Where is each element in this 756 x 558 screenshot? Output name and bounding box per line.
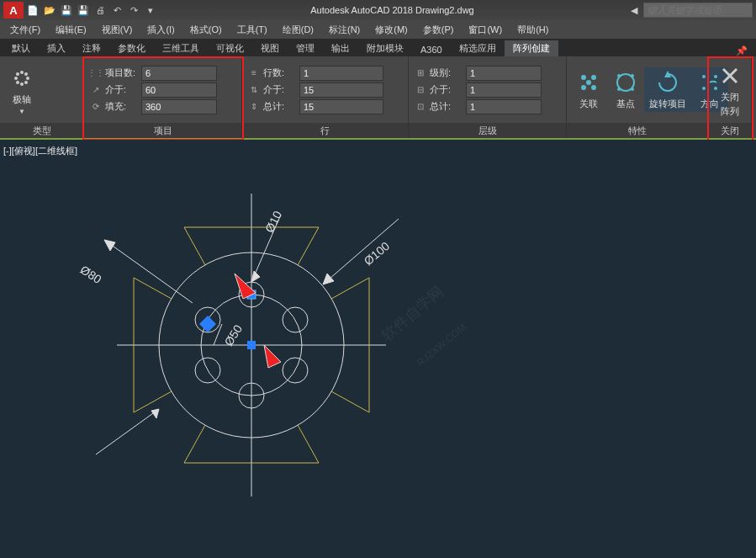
tab-param[interactable]: 参数化 bbox=[109, 40, 154, 56]
svg-marker-36 bbox=[323, 274, 334, 284]
levels-count-input[interactable] bbox=[466, 66, 542, 81]
panel-rows-title: 行 bbox=[242, 123, 408, 138]
menu-param[interactable]: 参数(P) bbox=[416, 22, 461, 38]
window-title: Autodesk AutoCAD 2018 Drawing2.dwg bbox=[158, 5, 626, 15]
svg-line-42 bbox=[104, 240, 193, 303]
levels-between-input[interactable] bbox=[466, 82, 542, 98]
svg-rect-44 bbox=[247, 341, 256, 349]
fill-icon: ⟳ bbox=[89, 100, 103, 114]
svg-point-4 bbox=[16, 72, 19, 76]
svg-marker-46 bbox=[199, 316, 216, 332]
open-icon[interactable]: 📂 bbox=[42, 3, 57, 18]
assoc-icon bbox=[575, 69, 602, 96]
panel-levels-title: 层级 bbox=[409, 123, 566, 138]
undo-icon[interactable]: ↶ bbox=[109, 3, 124, 18]
menu-edit[interactable]: 编辑(E) bbox=[49, 22, 93, 38]
base-icon bbox=[612, 69, 639, 96]
menu-format[interactable]: 格式(O) bbox=[183, 22, 229, 38]
svg-point-8 bbox=[581, 75, 586, 80]
polar-icon bbox=[8, 65, 35, 92]
items-fill-input[interactable] bbox=[141, 99, 217, 114]
svg-text:RJZXW.COM: RJZXW.COM bbox=[415, 321, 468, 369]
tab-featured[interactable]: 精选应用 bbox=[451, 40, 505, 56]
svg-point-9 bbox=[591, 75, 596, 80]
rotate-icon bbox=[654, 69, 681, 96]
items-count-row: ⋮⋮ 项目数: bbox=[89, 66, 217, 81]
dim-d100: Ø100 bbox=[362, 239, 393, 268]
svg-point-15 bbox=[631, 74, 634, 77]
menu-window[interactable]: 窗口(W) bbox=[462, 22, 509, 38]
tab-a360[interactable]: A360 bbox=[412, 43, 451, 56]
svg-marker-43 bbox=[104, 240, 115, 251]
redo-icon[interactable]: ↷ bbox=[126, 3, 141, 18]
tab-viz[interactable]: 可视化 bbox=[208, 40, 252, 56]
svg-point-5 bbox=[24, 72, 28, 76]
tab-view[interactable]: 视图 bbox=[252, 40, 288, 56]
svg-point-3 bbox=[20, 82, 24, 86]
tab-manage[interactable]: 管理 bbox=[288, 40, 323, 56]
menu-tools[interactable]: 工具(T) bbox=[230, 22, 274, 38]
menu-modify[interactable]: 修改(M) bbox=[368, 22, 415, 38]
menu-help[interactable]: 帮助(H) bbox=[510, 22, 555, 38]
tab-array-create[interactable]: 阵列创建 bbox=[505, 40, 558, 56]
polar-array-button[interactable]: 极轴 ▼ bbox=[3, 63, 40, 117]
svg-point-6 bbox=[16, 81, 19, 84]
arrow-left-icon[interactable]: ◀ bbox=[626, 3, 642, 18]
polar-label: 极轴 bbox=[13, 93, 31, 106]
more-icon[interactable]: ▾ bbox=[143, 3, 158, 18]
close-icon bbox=[716, 62, 743, 89]
items-fill-row: ⟳ 填充: bbox=[89, 99, 217, 114]
save-icon[interactable]: 💾 bbox=[59, 3, 74, 18]
svg-point-7 bbox=[24, 81, 28, 84]
svg-point-14 bbox=[617, 74, 621, 77]
rows-total-input[interactable] bbox=[299, 99, 383, 114]
menu-insert[interactable]: 插入(I) bbox=[140, 22, 181, 38]
svg-point-16 bbox=[617, 88, 621, 91]
menubar: 文件(F) 编辑(E) 视图(V) 插入(I) 格式(O) 工具(T) 绘图(D… bbox=[0, 20, 756, 39]
tab-3dtools[interactable]: 三维工具 bbox=[154, 40, 208, 56]
menu-file[interactable]: 文件(F) bbox=[3, 22, 47, 38]
menu-view[interactable]: 视图(V) bbox=[95, 22, 140, 38]
svg-marker-48 bbox=[264, 345, 281, 368]
menu-annotate[interactable]: 标注(N) bbox=[322, 22, 367, 38]
help-search-input[interactable] bbox=[643, 3, 753, 18]
svg-line-40 bbox=[96, 409, 159, 454]
svg-point-2 bbox=[26, 77, 29, 80]
quick-access-toolbar: 📄 📂 💾 💾 🖨 ↶ ↷ ▾ bbox=[25, 3, 158, 18]
tab-addin[interactable]: 附加模块 bbox=[358, 40, 412, 56]
svg-text:软件自学网: 软件自学网 bbox=[378, 283, 447, 344]
panel-props-title: 特性 bbox=[567, 123, 707, 138]
saveas-icon[interactable]: 💾 bbox=[76, 3, 91, 18]
base-button[interactable]: 基点 bbox=[607, 67, 644, 112]
svg-point-0 bbox=[20, 71, 24, 74]
menu-draw[interactable]: 绘图(D) bbox=[276, 22, 320, 38]
pin-icon[interactable]: 📌 bbox=[731, 45, 753, 56]
svg-point-1 bbox=[14, 77, 18, 80]
rows-between-input[interactable] bbox=[299, 82, 383, 98]
items-count-input[interactable] bbox=[141, 66, 217, 81]
panel-items-title: 项目 bbox=[84, 123, 241, 138]
ribbon-tabs: 默认 插入 注释 参数化 三维工具 可视化 视图 管理 输出 附加模块 A360… bbox=[0, 39, 756, 56]
svg-point-11 bbox=[591, 85, 596, 90]
ribbon: 极轴 ▼ 类型 ⋮⋮ 项目数: ↗ 介于: ⟳ 填充: 项目 bbox=[0, 56, 756, 140]
levels-icon: ⊞ bbox=[414, 66, 427, 80]
rows-icon: ≡ bbox=[247, 66, 261, 80]
levels-total-input[interactable] bbox=[466, 99, 542, 114]
print-icon[interactable]: 🖨 bbox=[93, 3, 108, 18]
svg-point-10 bbox=[581, 85, 586, 90]
tab-default[interactable]: 默认 bbox=[3, 40, 39, 56]
items-between-input[interactable] bbox=[141, 82, 217, 98]
tab-output[interactable]: 输出 bbox=[323, 40, 358, 56]
new-icon[interactable]: 📄 bbox=[25, 3, 40, 18]
drawing-viewport[interactable]: [-][俯视][二维线框] bbox=[0, 140, 756, 558]
titlebar: A 📄 📂 💾 💾 🖨 ↶ ↷ ▾ Autodesk AutoCAD 2018 … bbox=[0, 0, 756, 20]
close-array-button[interactable]: 关闭 阵列 bbox=[711, 61, 748, 120]
rotate-items-button[interactable]: 旋转项目 bbox=[644, 67, 691, 112]
svg-point-21 bbox=[702, 87, 706, 90]
tab-insert[interactable]: 插入 bbox=[39, 40, 74, 56]
assoc-button[interactable]: 关联 bbox=[570, 67, 607, 112]
tab-annotate[interactable]: 注释 bbox=[74, 40, 109, 56]
rows-between-icon: ⇅ bbox=[247, 83, 261, 97]
between-icon: ↗ bbox=[89, 83, 103, 97]
rows-count-input[interactable] bbox=[299, 66, 383, 81]
